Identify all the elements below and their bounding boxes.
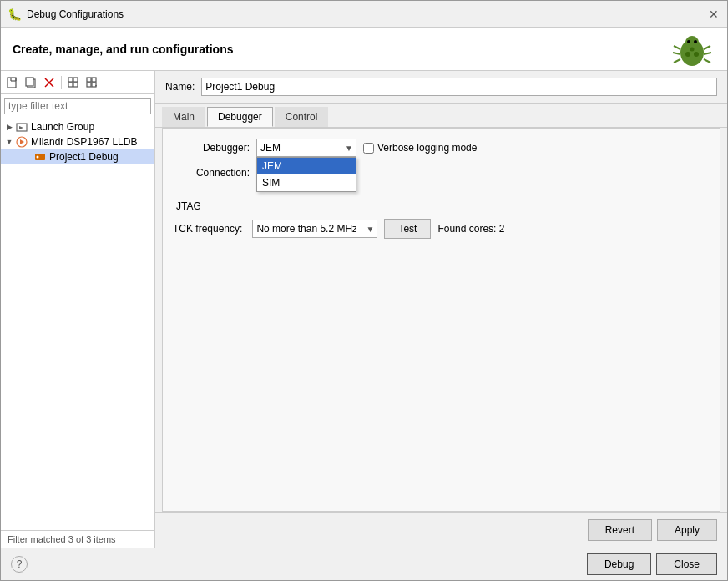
svg-line-12 [704,59,710,63]
svg-line-7 [674,46,680,49]
test-button[interactable]: Test [384,219,431,239]
help-button[interactable]: ? [11,556,28,573]
tree-item-label: Launch Group [31,121,94,133]
svg-rect-28 [92,83,96,87]
svg-point-3 [694,40,697,43]
name-input[interactable] [201,78,717,96]
revert-button[interactable]: Revert [588,519,652,541]
tck-select[interactable]: No more than 5.2 MHz No more than 10 MHz… [252,220,377,238]
tree-item-label: Milandr DSP1967 LLDB [31,136,137,148]
duplicate-button[interactable] [23,74,39,91]
launch-group-icon [16,121,28,133]
new-config-button[interactable] [4,74,21,91]
tck-row: TCK frequency: No more than 5.2 MHz No m… [173,219,710,239]
svg-rect-21 [68,78,73,82]
svg-marker-31 [19,126,23,129]
tree-area: ▶ Launch Group ▼ Milandr DSP1967 LLDB [1,118,154,530]
expand-arrow: ▼ [4,137,14,147]
tree-item-launch-group[interactable]: ▶ Launch Group [1,119,154,134]
svg-rect-22 [73,78,78,82]
delete-button[interactable] [41,74,58,91]
close-window-button[interactable]: ✕ [707,8,720,21]
title-bar: 🐛 Debug Configurations ✕ [1,1,727,28]
debug-button[interactable]: Debug [587,553,651,575]
debugger-select[interactable]: JEM SIM [256,139,356,157]
tck-select-wrapper: No more than 5.2 MHz No more than 10 MHz… [252,220,377,238]
lldb-icon [16,136,28,148]
svg-rect-25 [87,78,91,82]
found-cores-text: Found cores: 2 [437,223,504,235]
very-bottom-bar: ? Debug Close [1,548,727,580]
tree-item-milandr[interactable]: ▼ Milandr DSP1967 LLDB [1,134,154,149]
close-button[interactable]: Close [656,553,717,575]
filter-input[interactable] [4,98,151,114]
main-content: ▶ Launch Group ▼ Milandr DSP1967 LLDB [1,71,727,548]
final-buttons: Debug Close [587,553,717,575]
collapse-all-button[interactable] [65,74,82,91]
name-label: Name: [165,81,195,93]
jtag-section-header: JTAG [173,200,710,212]
svg-line-11 [704,53,711,54]
svg-rect-23 [68,83,73,87]
bottom-bar: Revert Apply [155,512,727,548]
dropdown-item-jem[interactable]: JEM [257,158,356,174]
subtitle-bar: Create, manage, and run configurations [1,28,727,71]
tab-control[interactable]: Control [275,107,329,127]
svg-point-35 [37,156,39,159]
sidebar-toolbar [1,71,154,94]
verbose-logging-text: Verbose logging mode [377,142,477,154]
svg-point-4 [685,52,690,57]
debugger-dropdown-list: JEM SIM [256,157,356,192]
tree-item-label: Project1 Debug [49,151,119,163]
svg-rect-24 [73,83,78,87]
connection-row: Connection: Local Remote [173,165,710,192]
filter-matched-text: Filter matched 3 of 3 items [8,534,116,544]
verbose-logging-label[interactable]: Verbose logging mode [363,142,477,154]
svg-line-10 [704,46,710,49]
right-panel: Name: Main Debugger Control Debugger: JE… [155,71,727,548]
debug-configurations-window: 🐛 Debug Configurations ✕ Create, manage,… [0,0,728,581]
sidebar: ▶ Launch Group ▼ Milandr DSP1967 LLDB [1,71,155,548]
name-row: Name: [155,71,727,104]
debugger-select-wrapper: JEM SIM ▼ JEM SIM [256,139,356,157]
debugger-row: Debugger: JEM SIM ▼ JEM SIM [173,139,710,157]
collapse-arrow: ▶ [4,122,14,132]
svg-rect-18 [26,78,33,86]
svg-line-9 [674,59,680,63]
apply-button[interactable]: Apply [657,519,717,541]
svg-marker-33 [20,139,24,144]
tree-item-project1-debug[interactable]: Project1 Debug [1,149,154,164]
verbose-logging-checkbox[interactable] [363,143,374,154]
tab-content-debugger: Debugger: JEM SIM ▼ JEM SIM [162,128,720,512]
tab-debugger[interactable]: Debugger [207,107,273,127]
sidebar-footer: Filter matched 3 of 3 items [1,530,154,548]
svg-point-6 [690,48,695,52]
bug-graphic [670,31,714,70]
debug-config-icon [34,151,46,163]
svg-rect-26 [92,78,96,82]
debugger-label: Debugger: [173,142,256,154]
bug-icon: 🐛 [8,8,22,21]
window-title: Debug Configurations [27,8,707,20]
svg-point-2 [687,40,690,43]
tck-label: TCK frequency: [173,223,242,235]
subtitle-text: Create, manage, and run configurations [13,43,234,56]
tabs-row: Main Debugger Control [155,104,727,128]
tab-main[interactable]: Main [162,107,205,127]
connection-label: Connection: [173,165,256,179]
dropdown-item-sim[interactable]: SIM [257,174,356,191]
view-menu-button[interactable] [83,74,100,91]
svg-rect-13 [8,78,16,88]
svg-point-5 [694,52,699,57]
jtag-label: JTAG [176,200,201,212]
svg-line-8 [673,53,680,54]
svg-rect-27 [87,83,91,87]
toolbar-separator-1 [61,76,62,89]
